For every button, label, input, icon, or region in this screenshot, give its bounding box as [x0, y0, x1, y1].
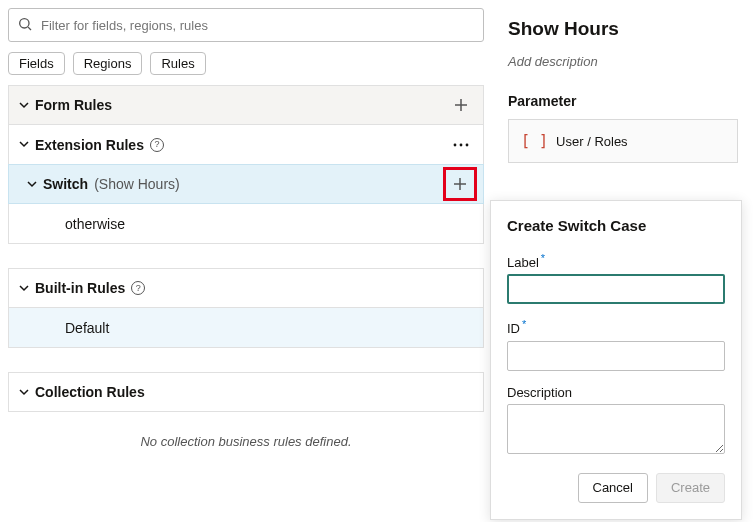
switch-row[interactable]: Switch (Show Hours)	[8, 164, 484, 204]
right-panel-title: Show Hours	[508, 18, 738, 40]
popover-title: Create Switch Case	[507, 217, 725, 234]
svg-point-4	[454, 143, 457, 146]
svg-point-0	[20, 18, 29, 27]
section-form-rules[interactable]: Form Rules	[8, 85, 484, 125]
create-button[interactable]: Create	[656, 473, 725, 503]
default-label: Default	[65, 320, 109, 336]
chevron-down-icon	[19, 281, 29, 296]
chevron-down-icon	[19, 98, 29, 113]
id-input[interactable]	[507, 341, 725, 371]
chevron-down-icon	[27, 177, 37, 192]
otherwise-label: otherwise	[65, 216, 125, 232]
description-field-label: Description	[507, 385, 725, 400]
description-textarea[interactable]	[507, 404, 725, 454]
label-field-label: Label*	[507, 252, 725, 270]
search-icon	[17, 16, 33, 35]
parameter-value: User / Roles	[556, 134, 628, 149]
collection-empty-text: No collection business rules defined.	[8, 434, 484, 449]
add-switch-case-button[interactable]	[447, 171, 473, 197]
help-icon[interactable]: ?	[150, 138, 164, 152]
section-extension-rules[interactable]: Extension Rules ?	[8, 125, 484, 165]
right-panel-subtitle[interactable]: Add description	[508, 54, 738, 69]
right-panel: Show Hours Add description Parameter [ ]…	[508, 18, 738, 163]
section-title: Built-in Rules	[35, 280, 125, 296]
search-box[interactable]	[8, 8, 484, 42]
create-switch-case-popover: Create Switch Case Label* ID* Descriptio…	[490, 200, 742, 520]
section-title: Form Rules	[35, 97, 112, 113]
add-switch-case-highlight	[443, 167, 477, 201]
add-form-rule-button[interactable]	[449, 93, 473, 117]
switch-hint: (Show Hours)	[94, 176, 180, 192]
svg-line-1	[28, 27, 31, 30]
filter-chips: Fields Regions Rules	[8, 52, 484, 75]
id-field-label: ID*	[507, 318, 725, 336]
search-input[interactable]	[39, 17, 475, 34]
switch-otherwise-row[interactable]: otherwise	[8, 204, 484, 244]
chip-rules[interactable]: Rules	[150, 52, 205, 75]
svg-point-6	[466, 143, 469, 146]
brackets-icon: [ ]	[521, 132, 548, 150]
parameter-label: Parameter	[508, 93, 738, 109]
section-title: Extension Rules	[35, 137, 144, 153]
chevron-down-icon	[19, 385, 29, 400]
builtin-default-row[interactable]: Default	[8, 308, 484, 348]
section-builtin-rules[interactable]: Built-in Rules ?	[8, 268, 484, 308]
svg-point-5	[460, 143, 463, 146]
label-input[interactable]	[507, 274, 725, 304]
section-collection-rules[interactable]: Collection Rules	[8, 372, 484, 412]
switch-label: Switch	[43, 176, 88, 192]
chip-regions[interactable]: Regions	[73, 52, 143, 75]
help-icon[interactable]: ?	[131, 281, 145, 295]
section-title: Collection Rules	[35, 384, 145, 400]
parameter-box[interactable]: [ ] User / Roles	[508, 119, 738, 163]
chevron-down-icon	[19, 137, 29, 152]
chip-fields[interactable]: Fields	[8, 52, 65, 75]
extension-rules-menu-button[interactable]	[449, 133, 473, 157]
cancel-button[interactable]: Cancel	[578, 473, 648, 503]
